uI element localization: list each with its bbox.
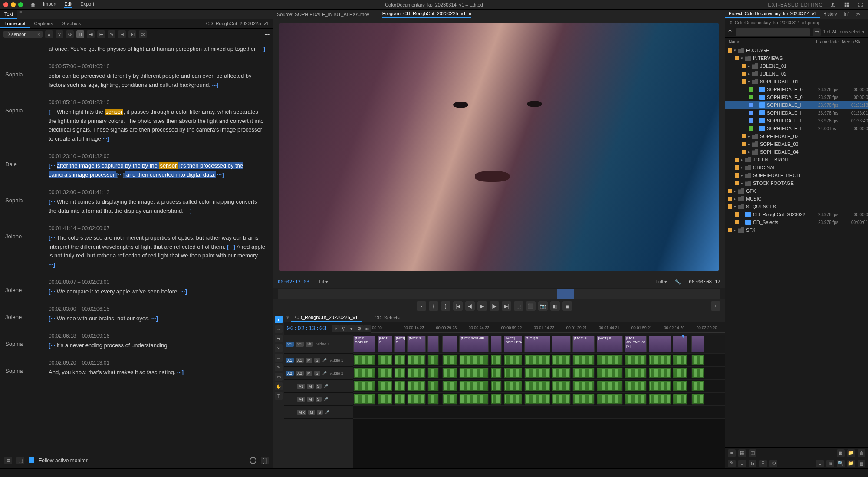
- audio-clip[interactable]: [649, 355, 671, 365]
- video-clip[interactable]: [442, 336, 457, 352]
- transcript-entry[interactable]: at once. You've got the physics of light…: [5, 45, 265, 54]
- overwrite-icon[interactable]: ⊡: [128, 30, 136, 38]
- mark-in-icon[interactable]: {: [429, 301, 438, 311]
- folder-tool-icon[interactable]: 📁: [847, 460, 855, 467]
- audio-clip[interactable]: [673, 355, 687, 365]
- audio-clip[interactable]: [597, 355, 623, 365]
- audio-clip[interactable]: [625, 355, 647, 365]
- audio-clip[interactable]: [491, 381, 502, 391]
- audio-clip[interactable]: [459, 394, 489, 405]
- audio-clip[interactable]: [552, 394, 571, 405]
- transcript-text[interactable]: [··· The colors we see are not inherent …: [49, 234, 265, 270]
- audio-clip[interactable]: [572, 394, 595, 405]
- audio-clip[interactable]: [427, 368, 439, 378]
- subtab-transcript[interactable]: Transcript: [0, 19, 30, 28]
- slip-tool-icon[interactable]: ↔: [275, 354, 283, 362]
- audio-clip[interactable]: [625, 394, 647, 405]
- program-tab[interactable]: Program: CD_RoughCut_20230225_v1 ≡: [382, 11, 471, 18]
- audio-clip[interactable]: [378, 355, 392, 365]
- overflow-tab[interactable]: ≫: [852, 10, 864, 18]
- maximize-window[interactable]: [18, 2, 23, 7]
- export-icon[interactable]: ⬚: [16, 457, 24, 464]
- audio-clip[interactable]: [442, 381, 457, 391]
- next-match-icon[interactable]: ∨: [56, 30, 63, 38]
- col-mediastart[interactable]: Media Sta: [842, 39, 868, 44]
- audio-clip[interactable]: [597, 394, 623, 405]
- transcript-entry[interactable]: Jolene00:02:03:00 – 00:02:06:15[··· We s…: [5, 305, 265, 323]
- info-tab[interactable]: Inf: [840, 10, 852, 18]
- marker-icon[interactable]: ▾: [348, 325, 355, 332]
- audio-clip[interactable]: [524, 394, 550, 405]
- video-clip[interactable]: [MC1] S: [597, 336, 623, 352]
- hand-tool-icon[interactable]: ✋: [275, 382, 283, 390]
- delete-icon[interactable]: 🗑: [858, 460, 865, 467]
- audio-clip[interactable]: [552, 381, 571, 391]
- audio-clip[interactable]: [691, 368, 704, 378]
- audio-track[interactable]: [353, 393, 725, 406]
- step-back-icon[interactable]: ◀|: [465, 301, 475, 311]
- audio-clip[interactable]: [353, 394, 375, 405]
- more-icon[interactable]: •••: [264, 32, 270, 37]
- video-clip[interactable]: [MC1] S: [378, 336, 392, 352]
- subtab-captions[interactable]: Captions: [30, 19, 57, 28]
- selection-tool-icon[interactable]: ▸: [275, 316, 283, 323]
- audio-clip[interactable]: [572, 381, 595, 391]
- video-clip[interactable]: [MC2] S: [572, 336, 595, 352]
- audio-clip[interactable]: [442, 368, 457, 378]
- video-clip[interactable]: [427, 336, 439, 352]
- timeline-ruler[interactable]: :00:0000:00:14:2300:00:29:2300:00:44:220…: [371, 324, 725, 333]
- audio-clip[interactable]: [378, 381, 392, 391]
- audio-clip[interactable]: [504, 368, 523, 378]
- audio-clip[interactable]: [407, 381, 426, 391]
- trash-icon[interactable]: 🗑: [858, 449, 865, 457]
- search-input-wrap[interactable]: ×: [3, 31, 43, 38]
- transcript-text[interactable]: [··· When light hits the sensor, it pass…: [49, 108, 265, 144]
- audio-clip[interactable]: [524, 355, 550, 365]
- playhead-indicator[interactable]: [683, 335, 683, 468]
- audio-clip[interactable]: [353, 381, 375, 391]
- col-name[interactable]: Name: [729, 39, 816, 44]
- audio-clip[interactable]: [673, 368, 687, 378]
- transcript-text[interactable]: [··· We see with our brains, not our eye…: [49, 314, 265, 323]
- folder-row[interactable]: ▸STOCK FOOTAGE: [725, 179, 868, 187]
- ripple-tool-icon[interactable]: ⇆: [275, 335, 283, 342]
- audio-clip[interactable]: [524, 368, 550, 378]
- search-tool-icon[interactable]: 🔍: [837, 460, 845, 467]
- clip-row[interactable]: SOPHIEDALE_I23.976 fps01:23:40: [725, 117, 868, 125]
- audio-clip[interactable]: [597, 368, 623, 378]
- link-ctl-icon[interactable]: ⚲: [759, 460, 767, 467]
- folder-row[interactable]: ▸SOPHIEDALE_03: [725, 140, 868, 148]
- audio-track[interactable]: [353, 380, 725, 393]
- transcript-text[interactable]: at once. You've got the physics of light…: [49, 45, 265, 54]
- freeform-icon[interactable]: ◫: [749, 449, 756, 457]
- fx-icon[interactable]: fx: [749, 460, 756, 467]
- edit-icon[interactable]: ✎: [108, 30, 115, 38]
- video-track[interactable]: [MC1] SOPHIE[MC1] S[MC2] S[MC1] S[MC1] S…: [353, 335, 725, 354]
- track-select-tool-icon[interactable]: ⇥: [275, 325, 283, 333]
- folder-row[interactable]: ▸MUSIC: [725, 195, 868, 203]
- audio-clip[interactable]: [625, 381, 647, 391]
- audio-clip[interactable]: [442, 355, 457, 365]
- folder-row[interactable]: ▸JOLENE_02: [725, 70, 868, 78]
- track-header[interactable]: A3MS🎤: [284, 380, 353, 393]
- tab-text[interactable]: Text: [0, 10, 17, 19]
- new-bin-icon[interactable]: ▭: [813, 28, 821, 36]
- video-clip[interactable]: [649, 336, 671, 352]
- transcript-entry[interactable]: Jolene00:01:41:14 – 00:02:00:07[··· The …: [5, 224, 265, 270]
- audio-clip[interactable]: [394, 381, 405, 391]
- share-icon[interactable]: [829, 1, 837, 9]
- audio-clip[interactable]: [691, 355, 704, 365]
- clear-search-icon[interactable]: ×: [37, 32, 40, 37]
- audio-clip[interactable]: [491, 355, 502, 365]
- folder-row[interactable]: ▾SEQUENCES: [725, 203, 868, 211]
- audio-clip[interactable]: [427, 381, 439, 391]
- rect-tool-icon[interactable]: ▭: [275, 373, 283, 381]
- transcript-text[interactable]: [··· it's a never ending process of unde…: [49, 341, 265, 350]
- prev-match-icon[interactable]: ∧: [45, 30, 53, 38]
- track-header[interactable]: A4MS🎤: [284, 393, 353, 406]
- history-tab[interactable]: History: [820, 10, 840, 18]
- audio-track[interactable]: [353, 367, 725, 380]
- razor-tool-icon[interactable]: ✂: [275, 344, 283, 352]
- audio-clip[interactable]: [442, 394, 457, 405]
- audio-clip[interactable]: [459, 381, 489, 391]
